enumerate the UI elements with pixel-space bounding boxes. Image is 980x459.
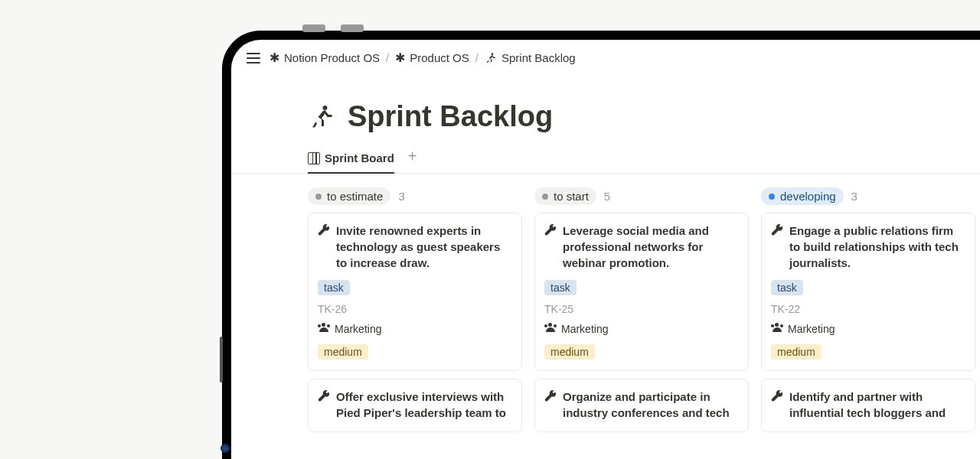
breadcrumb-separator: / (386, 51, 389, 64)
breadcrumb-item-sprint-backlog[interactable]: Sprint Backlog (485, 51, 576, 64)
status-dot-icon (542, 194, 548, 200)
status-label: developing (780, 190, 836, 203)
runner-icon (308, 103, 335, 131)
breadcrumb-label: Notion Product OS (284, 51, 380, 64)
tag-task: task (771, 280, 803, 295)
column-count: 3 (398, 190, 404, 203)
board-column: to start 5 Leverage social media and pro… (534, 187, 749, 440)
tag-priority: medium (318, 344, 368, 360)
card-title: Offer exclusive interviews with Pied Pip… (336, 389, 512, 421)
breadcrumb-item-product-os[interactable]: ✱ Product OS (395, 50, 469, 65)
team-label: Marketing (788, 323, 835, 335)
breadcrumb-label: Product OS (410, 51, 469, 64)
wrench-icon (544, 224, 557, 236)
wrench-icon (544, 390, 557, 402)
status-pill[interactable]: to start (534, 187, 596, 205)
svg-point-1 (323, 106, 328, 110)
board-icon (308, 152, 320, 164)
topbar: ✱ Notion Product OS / ✱ Product OS / Spr… (231, 40, 980, 76)
tab-label: Sprint Board (325, 151, 394, 164)
status-label: to estimate (327, 190, 383, 203)
team-label: Marketing (335, 323, 381, 335)
people-icon (318, 325, 330, 333)
wrench-icon (318, 390, 330, 402)
board-column: developing 3 Engage a public relations f… (761, 187, 975, 440)
breadcrumb-label: Sprint Backlog (501, 51, 576, 64)
column-header: to start 5 (534, 187, 749, 205)
svg-point-0 (492, 53, 494, 55)
card-title: Leverage social media and professional n… (563, 223, 739, 271)
add-view-button[interactable]: + (408, 148, 417, 173)
tag-priority: medium (544, 344, 595, 360)
runner-icon (485, 52, 497, 64)
star-icon: ✱ (270, 50, 279, 65)
card[interactable]: Invite renowned experts in technology as… (308, 213, 522, 371)
card[interactable]: Organize and participate in industry con… (534, 379, 749, 432)
status-dot-icon (315, 194, 322, 200)
people-icon (771, 325, 783, 333)
card-id: TK-22 (771, 303, 965, 315)
card-id: TK-25 (544, 303, 739, 315)
card-id: TK-26 (318, 303, 512, 315)
status-dot-icon (769, 194, 775, 200)
board: to estimate 3 Invite renowned experts in… (231, 174, 980, 440)
wrench-icon (771, 390, 783, 402)
card-title: Invite renowned experts in technology as… (336, 223, 512, 271)
column-header: to estimate 3 (308, 187, 522, 205)
team-label: Marketing (561, 323, 608, 335)
card[interactable]: Leverage social media and professional n… (534, 213, 749, 371)
status-pill[interactable]: developing (761, 187, 844, 205)
tab-sprint-board[interactable]: Sprint Board (308, 147, 394, 174)
breadcrumb-separator: / (475, 51, 479, 64)
card-team: Marketing (771, 323, 965, 335)
star-icon: ✱ (395, 50, 405, 65)
card[interactable]: Engage a public relations firm to build … (761, 213, 975, 371)
tag-task: task (318, 280, 350, 295)
column-count: 5 (604, 190, 610, 203)
card[interactable]: Offer exclusive interviews with Pied Pip… (308, 379, 522, 432)
board-column: to estimate 3 Invite renowned experts in… (308, 187, 522, 440)
page-title: Sprint Backlog (348, 100, 553, 133)
column-count: 3 (851, 190, 858, 203)
page-header: Sprint Backlog (231, 76, 980, 142)
breadcrumb: ✱ Notion Product OS / ✱ Product OS / Spr… (270, 50, 576, 65)
tag-priority: medium (771, 344, 822, 360)
status-pill[interactable]: to estimate (308, 187, 390, 205)
status-label: to start (554, 190, 589, 203)
card-title: Engage a public relations firm to build … (789, 223, 965, 271)
wrench-icon (318, 224, 330, 236)
column-header: developing 3 (761, 187, 975, 205)
card[interactable]: Identify and partner with influential te… (761, 379, 975, 432)
card-title: Identify and partner with influential te… (789, 389, 965, 421)
view-tabs: Sprint Board + (231, 142, 980, 174)
wrench-icon (771, 224, 783, 236)
tag-task: task (544, 280, 577, 295)
breadcrumb-item-root[interactable]: ✱ Notion Product OS (270, 50, 380, 65)
menu-icon[interactable] (245, 51, 262, 65)
people-icon (544, 325, 557, 333)
card-team: Marketing (318, 323, 512, 335)
card-team: Marketing (544, 323, 739, 335)
card-title: Organize and participate in industry con… (563, 389, 739, 421)
